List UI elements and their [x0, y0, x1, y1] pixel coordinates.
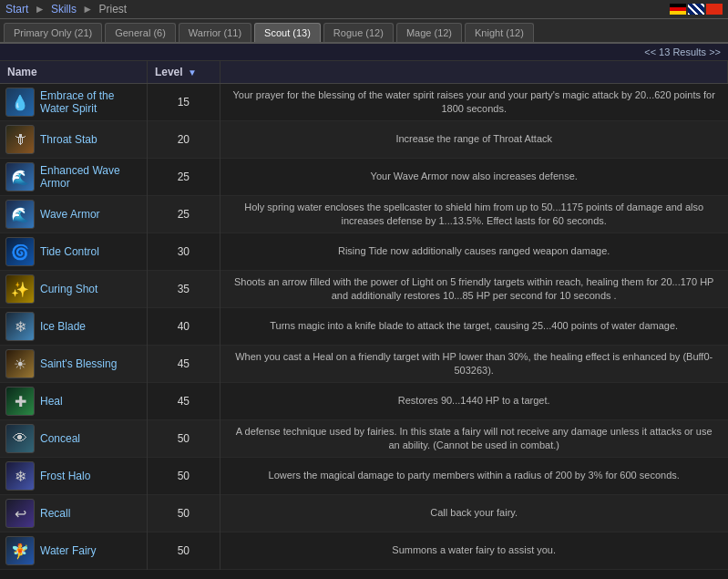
table-row[interactable]: ↩Recall50Call back your fairy.	[0, 495, 728, 532]
skill-name-cell: ↩Recall	[0, 495, 147, 532]
skill-description: Holy spring water encloses the spellcast…	[220, 196, 727, 233]
skill-name-cell: 🗡Throat Stab	[0, 121, 147, 159]
skill-name-label[interactable]: Wave Armor	[40, 208, 100, 221]
skill-icon: ↩	[5, 499, 35, 528]
skill-icon: ✚	[5, 387, 35, 416]
skill-name-cell: ☀Saint's Blessing	[0, 346, 147, 383]
results-bar: << 13 Results >>	[0, 44, 728, 61]
table-row[interactable]: 🌀Tide Control30Rising Tide now additiona…	[0, 233, 728, 271]
skill-name-label[interactable]: Frost Halo	[40, 470, 90, 482]
skill-level: 20	[147, 121, 220, 159]
skill-icon: 👁	[5, 424, 35, 453]
flag-de[interactable]	[670, 4, 686, 15]
skill-description: Restores 90...1440 HP to a target.	[220, 383, 727, 420]
skill-name-cell: 👁Conceal	[0, 420, 147, 458]
skill-name-cell: 🌀Tide Control	[0, 233, 147, 271]
skill-name-cell: 🧚Water Fairy	[0, 532, 147, 570]
skill-icon: 🌊	[5, 200, 35, 229]
skill-description: When you cast a Heal on a friendly targe…	[220, 346, 727, 383]
tab-scout[interactable]: Scout (13)	[254, 23, 321, 42]
table-row[interactable]: 🌊Enhanced Wave Armor25Your Wave Armor no…	[0, 159, 728, 196]
tab-knight[interactable]: Knight (12)	[465, 23, 534, 42]
col-description	[220, 61, 727, 84]
skill-icon: ❄	[5, 461, 35, 491]
breadcrumb-current: Priest	[99, 3, 128, 16]
table-row[interactable]: 🗡Throat Stab20Increase the range of Thro…	[0, 121, 728, 159]
skill-name-label[interactable]: Embrace of the Water Spirit	[40, 89, 141, 115]
table-row[interactable]: ✚Heal45Restores 90...1440 HP to a target…	[0, 383, 728, 420]
skill-description: Your Wave Armor now also increases defen…	[220, 159, 727, 196]
table-row[interactable]: ✨Curing Shot35Shoots an arrow filled wit…	[0, 271, 728, 308]
skill-icon: ☀	[5, 349, 35, 378]
breadcrumb-start[interactable]: Start	[5, 3, 28, 16]
skill-name-label[interactable]: Saint's Blessing	[40, 357, 117, 370]
table-row[interactable]: 💧Embrace of the Water Spirit15Your praye…	[0, 84, 728, 121]
skill-name-label[interactable]: Ice Blade	[40, 320, 86, 333]
tab-mage[interactable]: Mage (12)	[396, 23, 462, 42]
sort-arrow: ▼	[188, 67, 197, 78]
skills-table-wrapper: Name Level ▼ 💧Embrace of the Water Spiri…	[0, 61, 728, 572]
breadcrumb-arrow1: ►	[35, 3, 46, 16]
breadcrumb: Start ► Skills ► Priest	[5, 3, 127, 16]
skill-level: 45	[147, 346, 220, 383]
skills-table: Name Level ▼ 💧Embrace of the Water Spiri…	[0, 61, 728, 570]
flag-group	[670, 4, 723, 15]
skill-level: 50	[147, 495, 220, 532]
skill-name-label[interactable]: Heal	[40, 395, 63, 408]
skill-icon: ✨	[5, 274, 35, 304]
skill-name-cell: ❄Ice Blade	[0, 308, 147, 346]
skill-level: 25	[147, 196, 220, 233]
skills-tbody: 💧Embrace of the Water Spirit15Your praye…	[0, 84, 728, 570]
flag-en[interactable]	[688, 4, 704, 15]
skill-name-cell: ❄Frost Halo	[0, 458, 147, 495]
tab-general[interactable]: General (6)	[105, 23, 176, 42]
skill-name-label[interactable]: Throat Stab	[40, 133, 97, 146]
skill-description: Turns magic into a knife blade to attack…	[220, 308, 727, 346]
breadcrumb-arrow2: ►	[82, 3, 93, 16]
col-level[interactable]: Level ▼	[147, 61, 220, 84]
top-bar: Start ► Skills ► Priest	[0, 0, 728, 19]
skill-level: 50	[147, 458, 220, 495]
skill-name-label[interactable]: Enhanced Wave Armor	[40, 164, 141, 190]
skill-level: 45	[147, 383, 220, 420]
table-row[interactable]: 👁Conceal50A defense technique used by fa…	[0, 420, 728, 458]
skill-level: 50	[147, 532, 220, 570]
skill-description: Summons a water fairy to assist you.	[220, 532, 727, 570]
skill-name-label[interactable]: Recall	[40, 507, 70, 520]
skill-icon: 🌊	[5, 162, 35, 191]
table-row[interactable]: 🌊Wave Armor25Holy spring water encloses …	[0, 196, 728, 233]
skill-level: 30	[147, 233, 220, 271]
skill-name-label[interactable]: Water Fairy	[40, 544, 97, 557]
table-row[interactable]: ☀Saint's Blessing45When you cast a Heal …	[0, 346, 728, 383]
skill-name-cell: 🌊Enhanced Wave Armor	[0, 159, 147, 196]
table-row[interactable]: ❄Frost Halo50Lowers the magical damage t…	[0, 458, 728, 495]
tab-warrior[interactable]: Warrior (11)	[179, 23, 251, 42]
skill-icon: 🧚	[5, 536, 35, 565]
skill-description: Increase the range of Throat Attack	[220, 121, 727, 159]
skill-icon: 🗡	[5, 125, 35, 154]
skill-name-cell: 🌊Wave Armor	[0, 196, 147, 233]
col-name: Name	[0, 61, 147, 84]
skill-description: Rising Tide now additionally causes rang…	[220, 233, 727, 271]
skill-level: 15	[147, 84, 220, 121]
tab-rogue[interactable]: Rogue (12)	[323, 23, 394, 42]
flag-cn[interactable]	[706, 4, 723, 15]
skill-level: 25	[147, 159, 220, 196]
breadcrumb-skills[interactable]: Skills	[51, 3, 77, 16]
skill-name-cell: 💧Embrace of the Water Spirit	[0, 84, 147, 121]
skill-level: 50	[147, 420, 220, 458]
skill-level: 40	[147, 308, 220, 346]
skill-icon: ❄	[5, 312, 35, 341]
table-row[interactable]: 🧚Water Fairy50Summons a water fairy to a…	[0, 532, 728, 570]
skill-name-label[interactable]: Conceal	[40, 432, 80, 445]
skill-description: Lowers the magical damage to party membe…	[220, 458, 727, 495]
results-count: << 13 Results >>	[644, 47, 721, 57]
skill-description: Your prayer for the blessing of the wate…	[220, 84, 727, 121]
skill-name-cell: ✨Curing Shot	[0, 271, 147, 308]
skill-level: 35	[147, 271, 220, 308]
tab-primary[interactable]: Primary Only (21)	[4, 23, 102, 42]
table-row[interactable]: ❄Ice Blade40Turns magic into a knife bla…	[0, 308, 728, 346]
skill-name-label[interactable]: Curing Shot	[40, 283, 97, 295]
skill-description: Shoots an arrow filled with the power of…	[220, 271, 727, 308]
skill-name-label[interactable]: Tide Control	[40, 245, 99, 258]
